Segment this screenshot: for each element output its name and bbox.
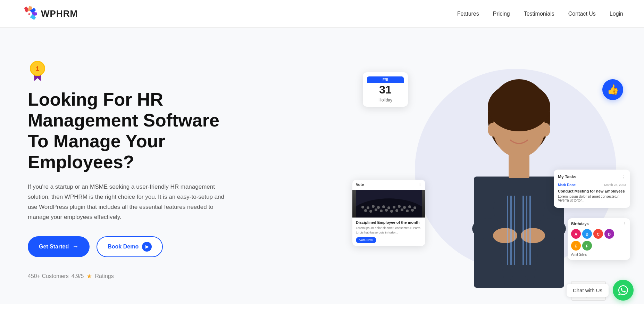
- avatar-1: A: [571, 229, 581, 239]
- cal-day-number: 31: [367, 83, 404, 96]
- birthdays-title: Birthdays: [571, 222, 589, 226]
- star-icon: ★: [86, 272, 92, 280]
- svg-point-46: [385, 209, 388, 212]
- hero-stats: 450+ Customers 4.9/5 ★ Ratings: [28, 272, 243, 280]
- svg-point-33: [372, 205, 375, 208]
- vote-button[interactable]: Vote Now: [356, 237, 376, 243]
- svg-point-38: [398, 205, 401, 208]
- book-demo-button[interactable]: Book Demo ▶: [97, 236, 163, 257]
- logo-area[interactable]: WPHRM: [21, 6, 78, 22]
- svg-point-47: [390, 210, 393, 213]
- svg-point-45: [380, 210, 383, 212]
- vote-menu-icon: ⋮: [418, 182, 422, 187]
- svg-point-35: [382, 205, 385, 208]
- svg-text:1: 1: [36, 65, 39, 72]
- hero-title: Looking For HR Management Software To Ma…: [28, 89, 243, 172]
- vote-title: Disciplined Employee of the month: [356, 220, 422, 224]
- hero-image-area: FRI 31 Holiday 👍: [373, 51, 616, 288]
- tasks-title: My Tasks: [558, 174, 576, 179]
- svg-point-36: [387, 206, 390, 209]
- whatsapp-icon: [618, 285, 629, 296]
- svg-rect-27: [526, 196, 527, 265]
- logo-icon: [21, 6, 37, 22]
- get-started-button[interactable]: Get Started →: [28, 236, 90, 257]
- vote-image: [352, 190, 425, 218]
- vote-content: Disciplined Employee of the month Lorem …: [352, 218, 425, 246]
- svg-text:B: B: [586, 232, 588, 236]
- vote-card: Vote ⋮: [352, 180, 425, 246]
- brand-name: WPHRM: [41, 8, 78, 19]
- svg-rect-23: [507, 196, 508, 265]
- nav-item-pricing[interactable]: Pricing: [493, 11, 510, 17]
- nav-links: Features Pricing Testimonials Contact Us…: [457, 11, 623, 17]
- avatar-6: F: [582, 241, 592, 251]
- birthdays-card: Birthdays ⋮ A B C D E F Amit Silva: [568, 218, 630, 260]
- rating-value: 4.9/5: [72, 273, 84, 279]
- svg-point-31: [361, 206, 364, 208]
- rating-label: Ratings: [95, 273, 114, 279]
- like-card: 👍: [602, 79, 623, 100]
- avatar-2: B: [582, 229, 592, 239]
- chat-widget: Chat with Us: [567, 280, 634, 301]
- svg-point-9: [488, 123, 498, 137]
- avatar-5: E: [571, 241, 581, 251]
- svg-rect-25: [514, 196, 515, 265]
- svg-rect-24: [510, 196, 512, 265]
- svg-point-12: [506, 123, 511, 129]
- cal-holiday-label: Holiday: [367, 98, 404, 103]
- hero-section: 1 Looking For HR Management Software To …: [0, 28, 644, 304]
- mark-done-label: Mark Done: [558, 183, 576, 187]
- svg-point-43: [369, 210, 372, 213]
- award-badge: 1: [28, 59, 47, 81]
- svg-point-37: [393, 206, 395, 208]
- avatar-4: D: [604, 229, 614, 239]
- nav-item-features[interactable]: Features: [457, 11, 479, 17]
- arrow-right-icon: →: [72, 243, 78, 250]
- svg-point-34: [377, 206, 380, 209]
- svg-point-40: [408, 205, 411, 208]
- svg-point-48: [395, 209, 398, 212]
- nav-item-login[interactable]: Login: [610, 11, 623, 17]
- tasks-card: My Tasks ⋮ Mark Done March 28, 2023 Cond…: [554, 170, 630, 208]
- holiday-card: FRI 31 Holiday: [363, 72, 408, 107]
- chat-label: Chat with Us: [567, 284, 609, 297]
- birthday-avatars-row2: E F: [571, 241, 627, 251]
- svg-rect-28: [529, 196, 531, 265]
- svg-point-39: [403, 206, 406, 209]
- svg-point-11: [488, 83, 550, 131]
- svg-point-49: [401, 208, 403, 211]
- svg-point-32: [367, 206, 369, 209]
- nav-item-testimonials[interactable]: Testimonials: [524, 11, 554, 17]
- vote-text: Lorem ipsum dolor sit amet, consectetur.…: [356, 226, 422, 235]
- svg-point-22: [521, 228, 545, 243]
- chat-button[interactable]: [613, 280, 634, 301]
- thumbsup-icon: 👍: [607, 84, 619, 95]
- birthday-name: Amit Silva: [571, 253, 627, 256]
- svg-text:F: F: [586, 244, 588, 248]
- task-item-2: Lorem ipsum dolor sit amet consectetur. …: [558, 195, 626, 202]
- award-medal-icon: 1: [28, 59, 47, 81]
- tasks-menu-icon: ⋮: [620, 174, 626, 180]
- nav-item-contact[interactable]: Contact Us: [568, 11, 596, 17]
- task-date: March 28, 2023: [604, 183, 626, 187]
- avatar-3: C: [593, 229, 603, 239]
- svg-point-51: [411, 209, 414, 212]
- birthday-avatars: A B C D: [571, 229, 627, 239]
- svg-point-42: [364, 209, 367, 212]
- cal-day-label: FRI: [367, 76, 404, 83]
- svg-point-13: [527, 123, 532, 129]
- navbar: WPHRM Features Pricing Testimonials Cont…: [0, 0, 644, 28]
- svg-text:A: A: [575, 232, 577, 236]
- svg-point-10: [540, 123, 550, 137]
- svg-rect-26: [522, 196, 524, 265]
- hero-description: If you're a startup or an MSME seeking a…: [28, 182, 226, 222]
- svg-text:D: D: [608, 232, 611, 236]
- svg-point-44: [375, 208, 377, 211]
- customers-count: 450+ Customers: [28, 273, 69, 279]
- svg-point-21: [493, 228, 517, 243]
- svg-rect-18: [509, 154, 529, 178]
- svg-text:E: E: [575, 244, 577, 248]
- svg-text:C: C: [597, 232, 600, 236]
- birthdays-menu-icon: ⋮: [623, 222, 627, 226]
- svg-point-41: [413, 206, 416, 209]
